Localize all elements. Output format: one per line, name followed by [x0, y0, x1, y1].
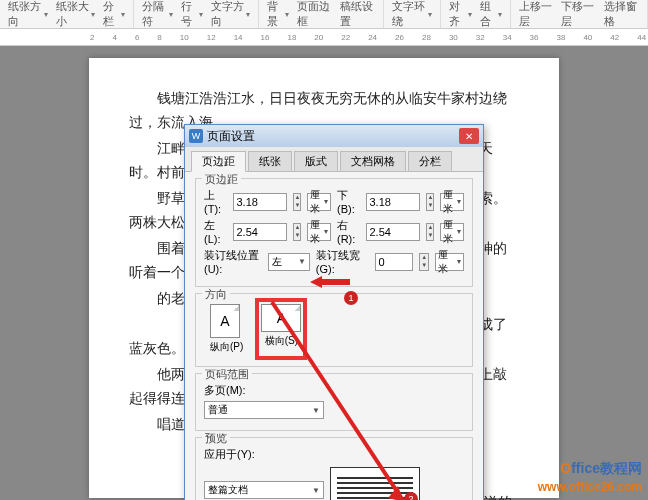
spinner[interactable]: ▲▼: [426, 193, 434, 211]
dialog-tabs: 页边距 纸张 版式 文档网格 分栏: [185, 147, 483, 171]
ribbon: 纸张方向▾ 纸张大小▾ 分栏▾ 分隔符▾ 行号▾ 文字方向▾ 背景▾ 页面边框 …: [0, 0, 648, 28]
ribbon-select-pane[interactable]: 选择窗格: [604, 0, 639, 29]
ribbon-wrap[interactable]: 文字环绕▾: [392, 0, 433, 29]
ruler: 2468101214161820222426283032343638404244…: [0, 28, 648, 46]
ribbon-forward[interactable]: 上移一层: [519, 0, 554, 29]
right-input[interactable]: [366, 223, 420, 241]
annotation-badge-2: 2: [404, 492, 418, 500]
ribbon-breaks[interactable]: 分隔符▾: [142, 0, 173, 29]
ribbon-text-dir[interactable]: 文字方向▾: [211, 0, 250, 29]
bottom-input[interactable]: [366, 193, 420, 211]
ribbon-columns[interactable]: 分栏▾: [103, 0, 125, 29]
unit-select[interactable]: 厘米▾: [435, 253, 464, 271]
gutter-select[interactable]: 左▼: [268, 253, 310, 271]
app-icon: W: [189, 129, 203, 143]
spinner[interactable]: ▲▼: [293, 223, 301, 241]
dialog-title: 页面设置: [207, 128, 255, 145]
dialog-titlebar[interactable]: W页面设置 ✕: [185, 125, 483, 147]
annotation-badge-1: 1: [344, 291, 358, 305]
tab-grid[interactable]: 文档网格: [340, 151, 406, 171]
unit-select[interactable]: 厘米▾: [307, 193, 331, 211]
ribbon-backward[interactable]: 下移一层: [561, 0, 596, 29]
document-area: 钱塘江浩浩江水，日日夜夜无穷无休的从临安牛家村边绕过，东流入海。 江畔一排数十株…: [0, 46, 648, 500]
multi-select[interactable]: 普通▼: [204, 401, 324, 419]
apply-select[interactable]: 整篇文档▼: [204, 481, 324, 499]
tab-margins[interactable]: 页边距: [191, 151, 246, 172]
multi-label: 多页(M):: [204, 383, 252, 398]
ribbon-notebook[interactable]: 稿纸设置: [340, 0, 375, 29]
left-label: 左(L):: [204, 218, 227, 245]
bottom-label: 下(B):: [337, 188, 360, 215]
ribbon-paper-size[interactable]: 纸张大小▾: [56, 0, 96, 29]
ribbon-page-border[interactable]: 页面边框: [297, 0, 332, 29]
spinner[interactable]: ▲▼: [293, 193, 301, 211]
watermark-url: www.office26.com: [538, 480, 642, 494]
page-setup-dialog: W页面设置 ✕ 页边距 纸张 版式 文档网格 分栏 页边距 上(T): ▲▼ 厘…: [184, 124, 484, 500]
unit-select[interactable]: 厘米▾: [440, 223, 464, 241]
tab-columns[interactable]: 分栏: [408, 151, 452, 171]
ribbon-paper-orient[interactable]: 纸张方向▾: [8, 0, 48, 29]
unit-select[interactable]: 厘米▾: [440, 193, 464, 211]
ribbon-group-obj[interactable]: 组合▾: [480, 0, 502, 29]
close-icon[interactable]: ✕: [459, 128, 479, 144]
landscape-button[interactable]: A 横向(S): [261, 304, 301, 354]
page-range-fieldset: 页码范围 多页(M): 普通▼: [195, 373, 473, 431]
tab-layout[interactable]: 版式: [294, 151, 338, 171]
right-label: 右(R):: [337, 218, 360, 245]
unit-select[interactable]: 厘米▾: [307, 223, 331, 241]
ribbon-align[interactable]: 对齐▾: [449, 0, 471, 29]
top-label: 上(T):: [204, 188, 227, 215]
gutter-label: 装订线位置(U):: [204, 248, 262, 275]
top-input[interactable]: [233, 193, 287, 211]
orientation-fieldset: 方向 A 纵向(P) A 横向(S): [195, 293, 473, 367]
margins-fieldset: 页边距 上(T): ▲▼ 厘米▾ 下(B): ▲▼ 厘米▾ 左(L): ▲▼ 厘…: [195, 178, 473, 287]
watermark-logo: Office教程网: [560, 460, 642, 478]
portrait-button[interactable]: A 纵向(P): [210, 304, 243, 354]
ribbon-line-num[interactable]: 行号▾: [181, 0, 203, 29]
apply-label: 应用于(Y):: [204, 447, 260, 462]
left-input[interactable]: [233, 223, 287, 241]
spinner[interactable]: ▲▼: [419, 253, 429, 271]
gutterw-label: 装订线宽(G):: [316, 248, 370, 275]
spinner[interactable]: ▲▼: [426, 223, 434, 241]
ribbon-background[interactable]: 背景▾: [267, 0, 289, 29]
preview-fieldset: 预览 应用于(Y): 整篇文档▼: [195, 437, 473, 500]
tab-paper[interactable]: 纸张: [248, 151, 292, 171]
gutterw-input[interactable]: [375, 253, 413, 271]
